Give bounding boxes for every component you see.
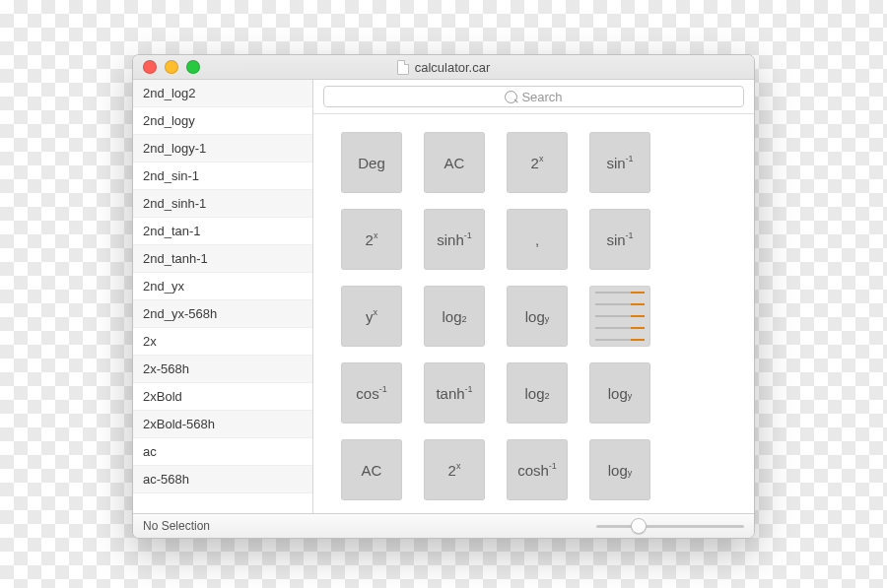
window-titlebar[interactable]: calculator.car <box>133 55 754 80</box>
window-body: 2nd_log22nd_logy2nd_logy-12nd_sin-12nd_s… <box>133 80 754 513</box>
app-window: calculator.car 2nd_log22nd_logy2nd_logy-… <box>132 54 755 539</box>
close-window-button[interactable] <box>143 60 157 74</box>
main-pane: Search DegAC2xsin-12xsinh-1,sin-1yxlog2l… <box>313 80 754 513</box>
traffic-lights <box>133 60 200 74</box>
sidebar-item[interactable]: 2nd_yx-568h <box>133 300 312 328</box>
asset-thumbnail[interactable]: , <box>507 209 568 270</box>
sidebar-item[interactable]: 2x <box>133 328 312 356</box>
sidebar-item[interactable]: 2xBold <box>133 383 312 411</box>
asset-thumbnail[interactable]: 2x <box>507 132 568 193</box>
document-icon <box>397 60 409 75</box>
sidebar-item[interactable]: 2xBold-568h <box>133 411 312 438</box>
asset-thumbnail[interactable]: sin-1 <box>589 132 650 193</box>
sidebar-item[interactable]: 2nd_log2 <box>133 80 312 107</box>
status-bar: No Selection <box>133 513 754 538</box>
asset-thumbnail[interactable]: sinh-1 <box>424 209 485 270</box>
asset-thumbnail[interactable]: cos-1 <box>341 362 402 424</box>
sidebar-item[interactable]: 2nd_logy-1 <box>133 135 312 163</box>
asset-thumbnail[interactable]: 2x <box>424 439 485 500</box>
window-title: calculator.car <box>133 60 754 75</box>
zoom-slider-track <box>596 525 744 528</box>
asset-thumbnail[interactable]: logy <box>589 362 650 424</box>
zoom-window-button[interactable] <box>186 60 200 74</box>
asset-thumbnail[interactable]: logy <box>507 286 568 347</box>
sidebar-item[interactable]: 2nd_yx <box>133 273 312 300</box>
asset-list-sidebar[interactable]: 2nd_log22nd_logy2nd_logy-12nd_sin-12nd_s… <box>133 80 313 513</box>
asset-thumbnail[interactable]: log2 <box>424 286 485 347</box>
minimize-window-button[interactable] <box>165 60 178 74</box>
asset-thumbnail[interactable]: sin-1 <box>589 209 650 270</box>
zoom-slider[interactable] <box>596 519 744 533</box>
asset-grid: DegAC2xsin-12xsinh-1,sin-1yxlog2logycos-… <box>313 114 754 513</box>
sidebar-item[interactable]: 2nd_tanh-1 <box>133 245 312 273</box>
search-input[interactable]: Search <box>323 86 744 107</box>
toolbar: Search <box>313 80 754 114</box>
asset-thumbnail[interactable]: 2x <box>341 209 402 270</box>
sidebar-item[interactable]: 2nd_sinh-1 <box>133 190 312 218</box>
asset-thumbnail[interactable]: cosh-1 <box>507 439 568 500</box>
sidebar-item[interactable]: 2nd_logy <box>133 107 312 135</box>
sidebar-item[interactable]: 2nd_sin-1 <box>133 163 312 190</box>
asset-thumbnail[interactable]: AC <box>341 439 402 500</box>
selection-status: No Selection <box>143 519 210 533</box>
asset-thumbnail[interactable]: logy <box>589 439 650 500</box>
sidebar-item[interactable]: 2x-568h <box>133 356 312 383</box>
asset-thumbnail[interactable]: AC <box>424 132 485 193</box>
search-placeholder: Search <box>521 90 562 104</box>
asset-thumbnail[interactable]: Deg <box>341 132 402 193</box>
sidebar-item[interactable]: ac-568h <box>133 466 312 493</box>
search-icon <box>505 91 517 103</box>
asset-thumbnail[interactable]: tanh-1 <box>424 362 485 424</box>
sidebar-item[interactable]: ac <box>133 438 312 466</box>
asset-thumbnail-calculator[interactable] <box>589 286 650 347</box>
window-title-text: calculator.car <box>415 60 491 75</box>
asset-thumbnail[interactable]: log2 <box>507 362 568 424</box>
zoom-slider-thumb[interactable] <box>631 518 647 534</box>
sidebar-item[interactable]: 2nd_tan-1 <box>133 218 312 245</box>
asset-grid-scroll[interactable]: DegAC2xsin-12xsinh-1,sin-1yxlog2logycos-… <box>313 114 754 513</box>
asset-thumbnail[interactable]: yx <box>341 286 402 347</box>
